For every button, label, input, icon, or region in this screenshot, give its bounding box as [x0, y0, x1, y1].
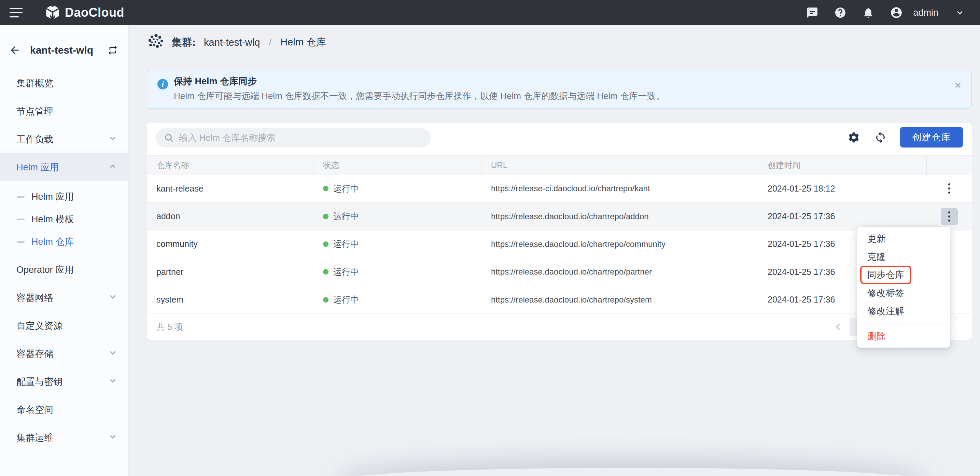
hamburger-menu-icon[interactable] — [10, 8, 22, 18]
sidebar-item-operator-apps[interactable]: Operator 应用 — [0, 256, 128, 284]
chevron-down-icon — [108, 292, 118, 304]
total-count-label: 共 5 项 — [156, 321, 183, 333]
table-settings-gear-icon[interactable] — [847, 131, 861, 144]
sidebar-item-namespaces[interactable]: 命名空间 — [0, 396, 128, 424]
sidebar-subitem-helm-apps[interactable]: Helm 应用 — [0, 185, 128, 208]
dash-icon — [17, 196, 25, 198]
sidebar: kant-test-wlq 集群概览 节点管理 工作负载 Helm 应用 Hel… — [0, 25, 128, 476]
menu-item-update[interactable]: 更新 — [857, 229, 950, 248]
breadcrumb-separator: / — [269, 37, 272, 48]
status-dot-icon — [323, 241, 328, 247]
search-input[interactable] — [179, 132, 423, 143]
menu-item-clone[interactable]: 克隆 — [857, 248, 950, 266]
column-header-url: URL — [482, 156, 758, 175]
table-row[interactable]: partner 运行中 https://release.daocloud.io/… — [147, 258, 972, 286]
daocloud-console: DaoCloud admin kant- — [0, 0, 980, 476]
menu-item-edit-annotations[interactable]: 修改注解 — [857, 302, 950, 320]
breadcrumb-prefix: 集群: — [172, 35, 196, 49]
brand-name: DaoCloud — [65, 5, 124, 20]
table-row[interactable]: system 运行中 https://release.daocloud.io/c… — [147, 286, 972, 314]
sidebar-cluster-name: kant-test-wlq — [30, 45, 93, 56]
status-dot-icon — [323, 186, 328, 191]
menu-divider — [861, 324, 947, 325]
back-arrow-icon[interactable] — [9, 44, 21, 56]
sidebar-submenu-helm: Helm 应用 Helm 模板 Helm 仓库 — [0, 185, 128, 253]
breadcrumb-current: Helm 仓库 — [280, 35, 326, 49]
topbar: DaoCloud admin — [0, 0, 980, 25]
sidebar-item-node-management[interactable]: 节点管理 — [0, 97, 128, 125]
table-body: kant-release 运行中 https://release-ci.daoc… — [147, 175, 972, 314]
cluster-dots-icon — [148, 33, 164, 51]
info-icon: i — [158, 79, 168, 89]
sidebar-item-helm-apps[interactable]: Helm 应用 — [0, 153, 128, 181]
table-row[interactable]: community 运行中 https://release.daocloud.i… — [147, 231, 972, 258]
repo-status: 运行中 — [313, 231, 482, 258]
repo-url: https://release-ci.daocloud.io/chartrepo… — [482, 175, 758, 202]
user-menu-chevron-down-icon[interactable] — [953, 6, 966, 19]
sync-info-banner: i 保持 Helm 仓库同步 Helm 仓库可能与远端 Helm 仓库数据不一致… — [147, 70, 972, 108]
repo-status: 运行中 — [313, 258, 482, 285]
menu-item-edit-labels[interactable]: 修改标签 — [857, 284, 950, 302]
table-row[interactable]: kant-release 运行中 https://release-ci.daoc… — [147, 175, 972, 202]
sidebar-item-container-storage[interactable]: 容器存储 — [0, 340, 128, 368]
repo-name: system — [147, 286, 313, 314]
status-dot-icon — [323, 269, 328, 275]
sidebar-item-cluster-overview[interactable]: 集群概览 — [0, 69, 128, 97]
repo-name: partner — [147, 258, 313, 285]
chevron-down-icon — [108, 376, 118, 388]
column-header-actions — [927, 156, 972, 175]
previous-page-chevron-icon[interactable] — [833, 322, 843, 332]
notifications-bell-icon[interactable] — [862, 6, 875, 19]
banner-description: Helm 仓库可能与远端 Helm 仓库数据不一致，您需要手动执行同步仓库操作，… — [174, 90, 665, 102]
repo-url: https://release.daocloud.io/chartrepo/pa… — [482, 258, 758, 285]
dash-icon — [17, 218, 25, 220]
column-header-name: 仓库名称 — [147, 156, 313, 175]
repo-url: https://release.daocloud.io/chartrepo/sy… — [482, 286, 758, 314]
main-content: 集群: kant-test-wlq / Helm 仓库 i 保持 Helm 仓库… — [128, 25, 980, 476]
table-footer: 共 5 项 / 1 — [147, 314, 972, 340]
repo-status: 运行中 — [313, 175, 482, 202]
sidebar-item-container-network[interactable]: 容器网络 — [0, 284, 128, 312]
repo-url: https://release.daocloud.io/chartrepo/co… — [482, 231, 758, 258]
sidebar-menu: 集群概览 节点管理 工作负载 Helm 应用 Helm 应用 Helm 模板 H… — [0, 69, 128, 452]
user-avatar[interactable] — [890, 6, 903, 19]
search-icon — [164, 133, 174, 143]
banner-close-icon[interactable]: × — [955, 79, 961, 91]
repo-name: addon — [147, 202, 313, 230]
status-dot-icon — [323, 297, 328, 302]
feedback-chat-icon[interactable] — [806, 6, 819, 19]
column-header-created: 创建时间 — [758, 156, 927, 175]
help-icon[interactable] — [834, 6, 847, 19]
sidebar-item-custom-resources[interactable]: 自定义资源 — [0, 312, 128, 340]
column-header-status: 状态 — [313, 156, 482, 175]
menu-item-sync-repo[interactable]: 同步仓库 — [857, 266, 950, 284]
row-actions-kebab-icon[interactable] — [941, 180, 958, 197]
toolbar: 创建仓库 — [147, 123, 972, 155]
repo-url: https://release.daocloud.io/chartrepo/ad… — [482, 202, 758, 230]
table-row[interactable]: addon 运行中 https://release.daocloud.io/ch… — [147, 202, 972, 230]
helm-repo-panel: 创建仓库 仓库名称 状态 URL 创建时间 kant-release 运行中 h… — [147, 123, 972, 340]
row-actions-kebab-icon-active[interactable] — [941, 208, 958, 225]
breadcrumb-cluster-link[interactable]: kant-test-wlq — [204, 37, 260, 48]
banner-title: 保持 Helm 仓库同步 — [174, 75, 257, 88]
sidebar-subitem-helm-repos[interactable]: Helm 仓库 — [0, 231, 128, 253]
repo-status: 运行中 — [313, 202, 482, 230]
sidebar-item-config-secrets[interactable]: 配置与密钥 — [0, 368, 128, 396]
create-repo-button[interactable]: 创建仓库 — [900, 127, 963, 148]
row-context-menu: 更新 克隆 同步仓库 修改标签 修改注解 删除 — [857, 227, 950, 348]
chevron-down-icon — [108, 134, 118, 145]
search-box — [156, 128, 431, 148]
repo-created: 2024-01-25 18:12 — [758, 175, 927, 202]
menu-item-delete[interactable]: 删除 — [857, 327, 950, 345]
sidebar-item-workloads[interactable]: 工作负载 — [0, 125, 128, 153]
repo-status: 运行中 — [313, 286, 482, 314]
sidebar-item-cluster-ops[interactable]: 集群运维 — [0, 424, 128, 452]
table-header: 仓库名称 状态 URL 创建时间 — [147, 155, 972, 175]
breadcrumb: 集群: kant-test-wlq / Helm 仓库 — [148, 33, 326, 51]
username-label: admin — [913, 8, 938, 18]
sidebar-subitem-helm-templates[interactable]: Helm 模板 — [0, 208, 128, 231]
switch-cluster-icon[interactable] — [107, 45, 119, 56]
chevron-up-icon — [108, 161, 118, 174]
brand-logo[interactable]: DaoCloud — [45, 4, 124, 21]
refresh-icon[interactable] — [873, 131, 887, 144]
